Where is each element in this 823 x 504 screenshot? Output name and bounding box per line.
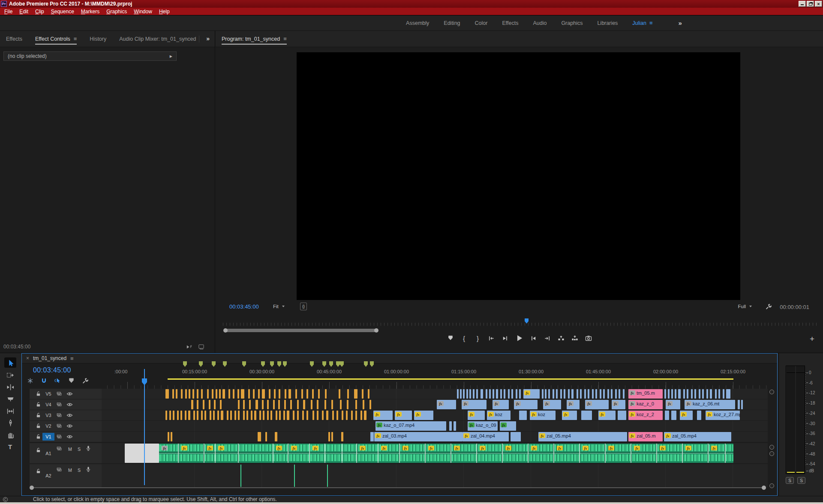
timeline-clip[interactable] — [340, 400, 342, 409]
timeline-clip[interactable] — [511, 432, 521, 441]
workspace-tab-julian[interactable]: Julian≡ — [632, 20, 652, 26]
timeline-clip[interactable] — [290, 400, 292, 409]
audio-clip-thin[interactable] — [327, 465, 328, 487]
track-scroll-knob[interactable] — [769, 451, 774, 456]
audio-clip-edit-point[interactable] — [342, 444, 342, 463]
lock-track-icon[interactable] — [36, 468, 41, 474]
sequence-marker[interactable] — [370, 361, 374, 367]
scrollbar-knob[interactable] — [374, 328, 378, 333]
close-button[interactable]: × — [815, 1, 822, 7]
audio-clip-edit-point[interactable] — [656, 444, 657, 463]
audio-clip-edit-point[interactable] — [399, 444, 400, 463]
timeline-clip[interactable]: fx — [598, 411, 616, 420]
workspace-tab-effects[interactable]: Effects — [502, 20, 518, 26]
timeline-clip[interactable] — [246, 411, 248, 420]
program-scrub-ruler[interactable] — [223, 319, 819, 326]
menu-markers[interactable]: Markers — [78, 9, 103, 15]
timeline-clip[interactable] — [283, 411, 285, 420]
timeline-clip[interactable] — [192, 389, 194, 399]
timeline-clip[interactable] — [188, 411, 190, 420]
track-name-a1[interactable]: A1 — [42, 450, 54, 457]
timeline-clip[interactable] — [668, 389, 670, 399]
timeline-clip[interactable]: fx — [612, 400, 625, 409]
menu-file[interactable]: File — [1, 9, 16, 15]
type-tool[interactable]: T — [4, 441, 16, 452]
timeline-clip[interactable] — [697, 411, 701, 420]
timeline-clip[interactable] — [519, 411, 527, 420]
sequence-marker[interactable] — [310, 361, 314, 367]
audio-clip-edit-point[interactable] — [579, 444, 580, 463]
timeline-clip[interactable] — [193, 411, 195, 420]
lock-track-icon[interactable] — [36, 447, 41, 453]
timeline-clip[interactable] — [165, 411, 167, 420]
track-name-v3[interactable]: V3 — [42, 411, 54, 419]
slip-tool[interactable] — [4, 405, 16, 416]
timeline-clip[interactable] — [678, 389, 681, 399]
timeline-clip[interactable] — [265, 432, 267, 441]
timeline-clip[interactable]: fxzal_05.m — [628, 432, 663, 441]
sequence-marker[interactable] — [277, 361, 281, 367]
timeline-clip[interactable] — [328, 432, 330, 441]
timeline-clip[interactable]: fx — [462, 400, 487, 409]
audio-clip-edit-point[interactable] — [502, 444, 503, 463]
timeline-clip[interactable] — [580, 389, 582, 399]
timeline-clip[interactable] — [209, 400, 210, 409]
timeline-clip[interactable] — [201, 389, 203, 399]
timeline-clip[interactable] — [664, 389, 666, 399]
timeline-clip[interactable] — [511, 389, 513, 399]
timeline-clip[interactable]: fxtm_05.m — [628, 389, 663, 399]
timeline-clip[interactable] — [279, 389, 280, 399]
creative-cloud-icon[interactable] — [3, 497, 8, 502]
timeline-clip[interactable] — [213, 411, 215, 420]
audio-clip-edit-point[interactable] — [178, 444, 179, 463]
timeline-clip[interactable] — [489, 389, 491, 399]
timeline-clip[interactable] — [165, 389, 169, 399]
timeline-clip[interactable] — [234, 411, 236, 420]
sync-lock-icon[interactable] — [56, 434, 62, 440]
timeline-clip[interactable] — [185, 411, 186, 420]
close-tab-icon[interactable]: × — [26, 355, 29, 361]
timeline-clip[interactable] — [615, 389, 617, 399]
audio-clip-edit-point[interactable] — [451, 444, 451, 463]
timeline-clip[interactable] — [342, 411, 343, 420]
timeline-clip[interactable] — [222, 389, 225, 399]
timeline-clip[interactable] — [556, 389, 558, 399]
selection-tool[interactable] — [4, 357, 16, 368]
timeline-clip[interactable] — [469, 389, 471, 399]
workspace-tab-editing[interactable]: Editing — [444, 20, 460, 26]
timeline-clip[interactable] — [623, 389, 625, 399]
tab-effect-controls[interactable]: Effect Controls≡ — [35, 31, 77, 47]
timeline-clip[interactable] — [230, 411, 232, 420]
timeline-clip[interactable] — [197, 400, 198, 409]
timeline-clip[interactable] — [274, 389, 276, 399]
extract-button[interactable] — [571, 335, 578, 342]
toggle-track-output-icon[interactable] — [66, 412, 73, 419]
timeline-clip[interactable] — [496, 389, 498, 399]
timeline-clip[interactable] — [169, 411, 171, 420]
sequence-marker[interactable] — [223, 361, 227, 367]
audio-clip-edit-point[interactable] — [309, 444, 310, 463]
timeline-clip[interactable] — [306, 389, 308, 399]
timeline-clip[interactable] — [493, 389, 494, 399]
timeline-clip[interactable] — [741, 400, 743, 409]
timeline-clip[interactable] — [285, 389, 286, 399]
add-marker-button[interactable] — [447, 335, 454, 341]
timeline-clip[interactable] — [258, 432, 261, 441]
settings-braces-button[interactable]: {} — [300, 303, 307, 310]
ripple-edit-tool[interactable] — [4, 381, 16, 392]
audio-clip-edit-point[interactable] — [476, 444, 477, 463]
pen-tool[interactable] — [4, 417, 16, 428]
timeline-clip[interactable] — [273, 400, 275, 409]
timeline-clip[interactable] — [460, 389, 462, 399]
timeline-clip[interactable] — [254, 411, 256, 420]
timeline-clip[interactable] — [473, 389, 475, 399]
timeline-clip[interactable] — [360, 411, 362, 420]
mark-out-button[interactable]: } — [475, 335, 481, 342]
workspace-tab-assembly[interactable]: Assembly — [406, 20, 429, 26]
lock-track-icon[interactable] — [36, 423, 41, 429]
timeline-clip[interactable] — [267, 411, 269, 420]
menu-edit[interactable]: Edit — [16, 9, 32, 15]
audio-clip-edit-point[interactable] — [215, 444, 216, 463]
scrollbar-knob[interactable] — [30, 486, 34, 490]
workspace-overflow-chevron[interactable]: » — [679, 19, 682, 27]
